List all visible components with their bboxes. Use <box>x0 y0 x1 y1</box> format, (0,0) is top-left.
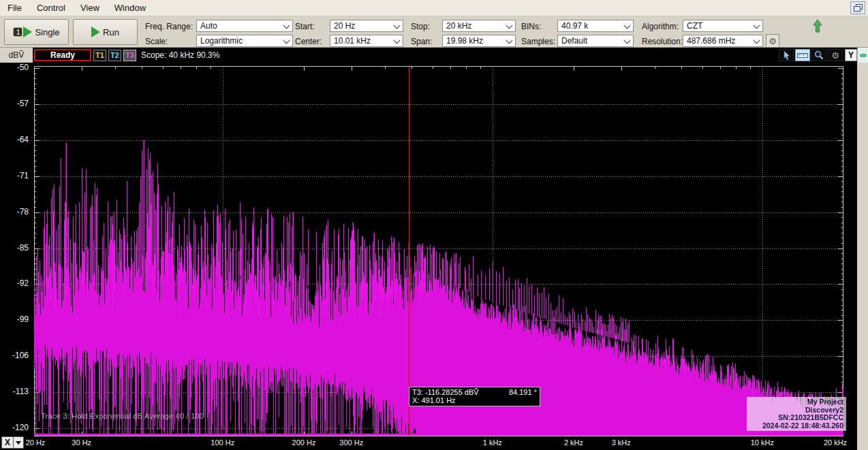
x-axis-button[interactable]: X <box>1 436 24 449</box>
menu-control[interactable]: Control <box>29 3 73 13</box>
stop-label: Stop: <box>411 22 430 31</box>
cursor-tool-button[interactable] <box>779 49 794 61</box>
spectrum-plot: -50-57-64-71-78-85-92-99-106-113-120 20 … <box>0 63 857 450</box>
x-tick-label: 2 kHz <box>564 438 583 447</box>
trace-status-text: Trace 3: Hold Exponential dB Average #0 … <box>41 412 204 420</box>
algorithm-label: Algorithm: <box>642 22 679 31</box>
plot-settings-button[interactable]: ⚙ <box>828 49 843 61</box>
resolution-label: Resolution: <box>642 37 683 46</box>
menu-bar: File Control View Window <box>0 0 868 16</box>
status-bar: dBṼ Ready T1 T2 T3 Scope: 40 kHz 90.3% <box>0 48 868 63</box>
y-units-label[interactable]: dBṼ <box>0 48 33 63</box>
freq-range-select[interactable]: Auto <box>196 20 293 32</box>
start-label: Start: <box>295 22 315 31</box>
window-restore-button[interactable] <box>850 1 865 14</box>
start-value: 20 Hz <box>334 21 355 31</box>
resolution-select[interactable]: 487.686 mHz <box>683 35 763 47</box>
y-tick-label: -113 <box>1 387 29 396</box>
device-serial: SN:210321B5DFCC <box>748 414 843 422</box>
y-tick-label: -120 <box>1 423 29 432</box>
menu-file[interactable]: File <box>0 3 29 13</box>
project-name: My Project <box>748 398 843 406</box>
ruler-icon <box>797 51 808 59</box>
stop-value: 20 kHz <box>446 21 471 31</box>
magnifier-icon <box>814 50 824 60</box>
x-axis-button-label: X <box>1 436 14 449</box>
single-button[interactable]: 1 Single <box>4 19 69 45</box>
algorithm-value: CZT <box>687 21 702 31</box>
instrument-1-badge: 1 <box>13 27 22 37</box>
samples-value: Default <box>561 36 587 46</box>
scale-label: Scale: <box>145 37 168 46</box>
restore-icon <box>854 4 863 12</box>
x-tick-label: 30 Hz <box>72 438 91 447</box>
run-button[interactable]: Run <box>73 19 138 45</box>
x-tick-label: 200 Hz <box>292 438 316 447</box>
menu-view[interactable]: View <box>73 3 107 13</box>
x-tick-label: 1 kHz <box>483 438 502 447</box>
gear-icon: ⚙ <box>769 36 777 46</box>
span-select[interactable]: 19.98 kHz <box>442 35 516 47</box>
y-tick-label: -85 <box>1 243 29 253</box>
y-tick-label: -50 <box>1 63 29 72</box>
bins-select[interactable]: 40.97 k <box>557 20 634 32</box>
zoom-tool-button[interactable] <box>811 49 826 61</box>
upload-arrow-icon[interactable] <box>812 19 823 35</box>
collapse-panel-button[interactable] <box>857 48 868 63</box>
pointer-icon <box>782 50 791 60</box>
play-icon <box>23 27 32 37</box>
trace3-button[interactable]: T3 <box>123 50 136 61</box>
start-select[interactable]: 20 Hz <box>330 20 403 32</box>
gear-icon: ⚙ <box>831 50 839 61</box>
tooltip-value: T3: -116.28255 dBṼ <box>412 388 479 396</box>
run-button-label: Run <box>103 27 119 37</box>
y-axis-button[interactable]: Y <box>845 49 857 61</box>
freq-range-label: Freq. Range: <box>145 22 193 31</box>
tooltip-frequency: X: 491.01 Hz <box>412 396 537 404</box>
resolution-settings-button[interactable]: ⚙ <box>766 34 779 48</box>
algorithm-select[interactable]: CZT <box>683 20 763 32</box>
y-tick-label: -71 <box>1 171 29 180</box>
project-info-box: My Project Discovery2 SN:210321B5DFCC 20… <box>747 397 846 431</box>
y-tick-label: -64 <box>1 135 29 144</box>
samples-label: Samples: <box>521 37 555 46</box>
y-tick-label: -106 <box>1 351 29 360</box>
x-tick-label: 10 kHz <box>751 438 774 447</box>
spectrum-canvas[interactable] <box>34 66 843 436</box>
menu-window[interactable]: Window <box>107 3 153 13</box>
x-axis-dropdown[interactable] <box>14 436 24 449</box>
span-value: 19.98 kHz <box>446 36 483 46</box>
bins-value: 40.97 k <box>561 21 588 31</box>
x-tick-label: 20 Hz <box>26 438 46 447</box>
play-icon <box>91 27 100 37</box>
x-tick-label: 300 Hz <box>339 438 363 447</box>
green-pill-icon <box>860 54 867 57</box>
measure-tool-button[interactable] <box>795 49 810 61</box>
trace1-button[interactable]: T1 <box>93 50 106 61</box>
trace2-button[interactable]: T2 <box>108 50 121 61</box>
scale-value: Logarithmic <box>200 36 243 46</box>
center-select[interactable]: 10.01 kHz <box>330 35 403 47</box>
cursor-tooltip: T3: -116.28255 dBṼ 84.191 ° X: 491.01 Hz <box>409 387 540 406</box>
y-tick-label: -57 <box>1 99 29 108</box>
x-tick-label: 3 kHz <box>612 438 631 447</box>
toolbar: 1 Single Run Freq. Range: Auto Scale: Lo… <box>0 16 868 48</box>
right-gutter <box>857 63 868 450</box>
single-button-label: Single <box>35 27 59 37</box>
bins-label: BINs: <box>521 22 541 31</box>
y-tick-label: -99 <box>1 315 29 324</box>
center-value: 10.01 kHz <box>334 36 371 46</box>
spectrum-analyzer-window: File Control View Window 1 Single Run Fr… <box>0 0 868 450</box>
x-tick-label: 20 kHz <box>824 438 847 447</box>
y-tick-label: -92 <box>1 278 29 288</box>
resolution-value: 487.686 mHz <box>687 36 735 46</box>
capture-timestamp: 2024-02-22 18:48:43.260 <box>748 422 843 430</box>
center-label: Center: <box>295 37 322 46</box>
span-label: Span: <box>411 37 432 46</box>
freq-range-value: Auto <box>200 21 217 31</box>
samples-select[interactable]: Default <box>557 35 634 47</box>
scope-status-text: Scope: 40 kHz 90.3% <box>141 50 777 60</box>
acquisition-status: Ready <box>34 49 91 61</box>
scale-select[interactable]: Logarithmic <box>196 35 293 47</box>
stop-select[interactable]: 20 kHz <box>442 20 516 32</box>
